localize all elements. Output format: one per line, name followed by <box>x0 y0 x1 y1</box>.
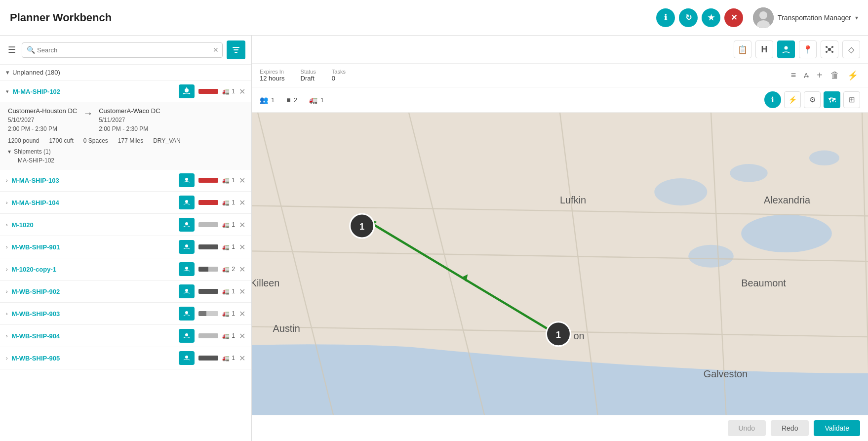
add-action-btn[interactable]: + <box>815 68 825 83</box>
validate-button[interactable]: Validate <box>814 420 860 436</box>
shipment-row-M-WB-SHIP-901: › M-WB-SHIP-901 🚛 1 ✕ <box>0 236 251 258</box>
truck-count: 🚛 2 <box>222 266 235 273</box>
unplanned-chevron-icon[interactable]: ▾ <box>6 69 9 76</box>
gear-btn[interactable]: ⚙ <box>804 91 821 108</box>
ship-action-btn[interactable] <box>179 262 195 276</box>
svg-point-31 <box>654 178 707 205</box>
svg-text:1: 1 <box>359 221 364 232</box>
ship-action-btn[interactable] <box>179 284 195 298</box>
svg-text:Austin: Austin <box>273 323 300 334</box>
undo-button[interactable]: Undo <box>728 420 766 436</box>
info-icon-btn[interactable]: ℹ <box>656 8 675 27</box>
ship-action-btn[interactable] <box>179 329 195 343</box>
truck-icon: 🚛 <box>222 288 230 295</box>
diamond-icon-btn[interactable]: ◇ <box>842 40 860 58</box>
shipment-id[interactable]: M-WB-SHIP-901 <box>12 243 175 251</box>
shipment-id[interactable]: M-1020-copy-1 <box>12 266 175 273</box>
shipment-id[interactable]: M-WB-SHIP-905 <box>12 355 175 362</box>
expand-chevron[interactable]: › <box>6 177 8 183</box>
ship-action-btn[interactable] <box>179 351 195 365</box>
shipment-id[interactable]: M-WB-SHIP-904 <box>12 332 175 340</box>
ship-action-btn[interactable] <box>179 173 195 187</box>
expand-chevron[interactable]: › <box>6 200 8 205</box>
shipment-id-102[interactable]: M-MA-SHIP-102 <box>13 88 175 95</box>
ship-action-btn-102[interactable] <box>179 84 195 98</box>
truck-count: 🚛 1 <box>222 243 235 250</box>
svg-point-14 <box>185 311 188 314</box>
remove-btn[interactable]: ✕ <box>239 220 245 230</box>
lightning-action-btn[interactable]: ⚡ <box>845 68 860 83</box>
shipment-id[interactable]: M-1020 <box>12 221 175 229</box>
remove-btn[interactable]: ✕ <box>239 309 245 319</box>
lightning-map-btn[interactable]: ⚡ <box>784 91 801 108</box>
svg-text:Galveston: Galveston <box>704 368 748 379</box>
ship-action-btn[interactable] <box>179 307 195 321</box>
ship-action-btn[interactable] <box>179 218 195 232</box>
map-btn[interactable]: 🗺 <box>824 91 840 108</box>
ship-action-btn[interactable] <box>179 240 195 254</box>
map-stats-row: 👥 1 ■ 2 🚛 1 ℹ ⚡ ⚙ 🗺 ⊞ <box>252 87 868 113</box>
delete-action-btn[interactable]: 🗑 <box>829 68 841 82</box>
expand-chevron[interactable]: › <box>6 355 8 361</box>
remove-btn[interactable]: ✕ <box>239 242 245 252</box>
truck-count: 🚛 1 <box>222 199 235 206</box>
top-header: Planner Workbench ℹ ↻ ★ ✕ Transportation… <box>0 0 868 36</box>
priority-bar <box>198 289 218 294</box>
priority-bar <box>198 244 218 249</box>
remove-btn[interactable]: ✕ <box>239 354 245 363</box>
shipment-row-header-102: ▾ M-MA-SHIP-102 🚛 1 ✕ <box>0 80 251 102</box>
sub-shipments-102: ▾ Shipments (1) MA-SHIP-102 <box>8 148 243 164</box>
remove-btn[interactable]: ✕ <box>239 287 245 296</box>
map-info-btn[interactable]: ℹ <box>764 91 781 108</box>
sub-shipments-header-102[interactable]: ▾ Shipments (1) <box>8 148 243 155</box>
expand-chevron[interactable]: › <box>6 288 8 294</box>
expand-chevron[interactable]: › <box>6 244 8 250</box>
expand-chevron[interactable]: › <box>6 311 8 317</box>
left-toolbar: ☰ 🔍 ✕ <box>0 36 251 65</box>
remove-btn[interactable]: ✕ <box>239 265 245 274</box>
user-section[interactable]: Transportation Manager ▾ <box>753 7 858 28</box>
priority-bar <box>198 200 218 205</box>
remove-btn[interactable]: ✕ <box>239 198 245 207</box>
menu-icon-btn[interactable]: ☰ <box>6 42 18 57</box>
refresh-icon-btn[interactable]: ↻ <box>679 8 698 27</box>
pin-icon-btn[interactable]: 📍 <box>799 40 817 58</box>
expand-chevron-102[interactable]: ▾ <box>6 88 9 95</box>
truck-icon: 🚛 <box>222 266 230 273</box>
persons-icon: 👥 <box>260 96 268 104</box>
shipment-id[interactable]: M-WB-SHIP-902 <box>12 288 175 295</box>
shipment-row-M-WB-SHIP-904: › M-WB-SHIP-904 🚛 1 ✕ <box>0 325 251 347</box>
map-view-buttons: ℹ ⚡ ⚙ 🗺 ⊞ <box>764 91 860 108</box>
svg-point-17 <box>785 46 788 50</box>
expand-chevron[interactable]: › <box>6 333 8 339</box>
ship-action-btn[interactable] <box>179 196 195 209</box>
remove-btn[interactable]: ✕ <box>239 176 245 185</box>
remove-btn[interactable]: ✕ <box>239 331 245 341</box>
left-panel: ☰ 🔍 ✕ ▾ Unplanned (180) <box>0 36 252 441</box>
redo-button[interactable]: Redo <box>771 420 809 436</box>
svg-point-6 <box>185 88 189 92</box>
close-icon-btn[interactable]: ✕ <box>724 8 743 27</box>
expand-chevron[interactable]: › <box>6 222 8 228</box>
clipboard-icon-btn[interactable]: 📋 <box>734 40 751 58</box>
person-icon-btn[interactable] <box>777 40 795 58</box>
shipment-id[interactable]: M-MA-SHIP-104 <box>12 199 175 206</box>
list-action-btn[interactable]: ≡ <box>789 68 798 82</box>
search-input[interactable] <box>22 42 223 58</box>
svg-point-10 <box>185 222 188 225</box>
remove-btn-102[interactable]: ✕ <box>239 87 245 96</box>
filter-icon-btn[interactable] <box>227 40 245 59</box>
route-row-102: CustomerA-Houston DC 5/10/2027 2:00 PM -… <box>8 107 243 132</box>
shipment-id[interactable]: M-MA-SHIP-103 <box>12 177 175 184</box>
heading-icon-btn[interactable]: H <box>755 40 773 58</box>
truck-icon-102: 🚛 <box>222 88 230 95</box>
grid-btn[interactable]: ⊞ <box>843 91 860 108</box>
truck-icon: 🚛 <box>222 221 230 228</box>
star-icon-btn[interactable]: ★ <box>702 8 720 27</box>
shipment-id[interactable]: M-WB-SHIP-903 <box>12 310 175 318</box>
text-action-btn[interactable]: A̶ <box>802 70 811 81</box>
network-icon-btn[interactable] <box>821 40 838 58</box>
search-clear-btn[interactable]: ✕ <box>213 46 219 54</box>
expand-chevron[interactable]: › <box>6 266 8 272</box>
route-actions: ≡ A̶ + 🗑 ⚡ <box>789 68 860 83</box>
